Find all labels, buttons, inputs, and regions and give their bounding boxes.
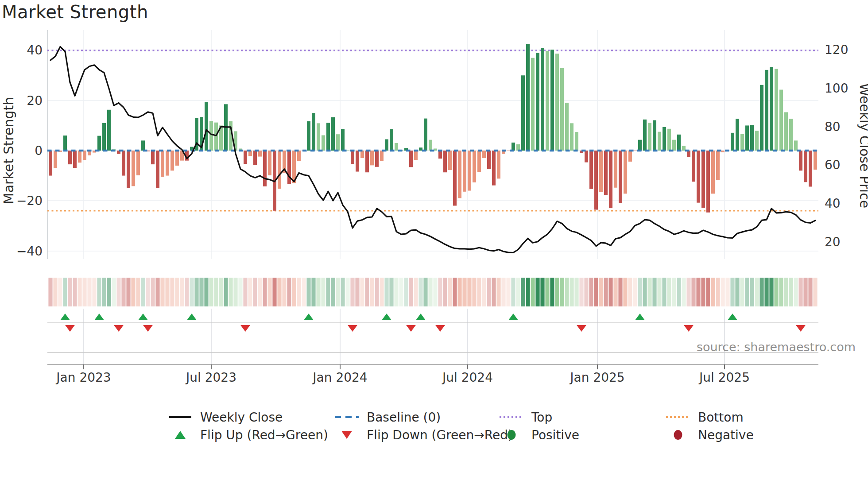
heatmap-cell <box>399 278 403 306</box>
strength-bar <box>779 90 783 151</box>
heatmap-cell <box>194 278 198 306</box>
green-up-triangle-icon <box>167 428 193 442</box>
heatmap-cell <box>73 278 77 306</box>
strength-bar <box>356 151 359 172</box>
heatmap-cell <box>321 278 325 306</box>
strength-bar <box>653 120 656 151</box>
heatmap-cell <box>345 278 349 306</box>
heatmap-cell <box>418 278 422 306</box>
heatmap-cell <box>531 278 535 306</box>
strength-bar <box>156 151 159 188</box>
heatmap-cell <box>545 278 549 306</box>
legend-negative: Negative <box>665 426 754 444</box>
orange-dotted-line-icon <box>665 411 691 424</box>
strength-bar <box>624 151 627 194</box>
strength-bar <box>375 151 379 167</box>
heatmap-cell <box>672 278 676 306</box>
legend-positive-label: Positive <box>531 428 579 442</box>
black-line-icon <box>167 411 193 424</box>
heatmap-cell <box>68 278 72 306</box>
heatmap-cell <box>53 278 57 306</box>
strength-bar <box>770 67 773 151</box>
heatmap-cell <box>78 278 81 306</box>
heatmap-cell <box>107 278 111 306</box>
heatmap-cell <box>199 278 203 306</box>
heatmap-cell <box>477 278 481 306</box>
strength-bar <box>760 85 763 151</box>
flip-up-triangle-icon <box>382 314 391 320</box>
strength-bar <box>336 134 340 151</box>
strength-bar <box>83 151 86 160</box>
heatmap-cell <box>696 278 700 306</box>
strength-bar <box>663 127 666 151</box>
flip-up-triangle-icon <box>187 314 197 320</box>
legend-baseline-label: Baseline (0) <box>367 410 441 425</box>
strength-bar <box>448 151 452 170</box>
strength-bar <box>166 151 169 176</box>
strength-bar <box>107 110 111 151</box>
heatmap-cell <box>608 278 612 306</box>
strength-bar <box>297 151 301 161</box>
legend-baseline: Baseline (0) <box>334 408 441 426</box>
strength-bar <box>365 151 369 172</box>
heatmap-cell <box>570 278 574 306</box>
strength-bar <box>322 135 325 151</box>
right-tick-label: 80 <box>825 120 841 134</box>
strength-bar <box>263 151 267 186</box>
x-axis: Jan 2023Jul 2023Jan 2024Jul 2024Jan 2025… <box>47 364 818 385</box>
strength-bar <box>682 146 686 151</box>
right-tick-label: 20 <box>825 235 841 249</box>
red-down-triangle-icon <box>334 428 360 442</box>
left-tick-label: 40 <box>27 43 43 58</box>
legend-flip-down: Flip Down (Green→Red) <box>334 426 513 444</box>
legend-bottom: Bottom <box>665 408 744 426</box>
strength-bar <box>638 140 642 151</box>
strength-bar <box>604 151 608 195</box>
flip-up-triangle-icon <box>138 314 148 320</box>
heatmap-cell <box>526 278 530 306</box>
strength-bar <box>73 151 77 168</box>
strength-bar <box>546 51 549 151</box>
heatmap-cell <box>482 278 486 306</box>
heatmap-cell <box>789 278 793 306</box>
heatmap-cell <box>628 278 632 306</box>
heatmap-cell <box>769 278 773 306</box>
heatmap-cell <box>311 278 315 306</box>
strength-bar <box>736 119 739 151</box>
strength-bar <box>317 123 320 151</box>
strength-bar <box>672 140 676 151</box>
strength-bar <box>453 151 457 205</box>
right-tick-label: 100 <box>825 81 848 96</box>
heatmap-cell <box>267 278 271 306</box>
strength-bar <box>706 151 710 213</box>
strength-bar <box>429 140 432 151</box>
heatmap-cell <box>599 278 603 306</box>
heatmap-cell <box>594 278 598 306</box>
strength-bar <box>658 132 661 151</box>
heatmap-cell <box>423 278 427 306</box>
strength-bar <box>789 119 793 151</box>
heatmap-cell <box>496 278 500 306</box>
heatmap-cell <box>341 278 345 306</box>
source-credit: source: sharemaestro.com <box>697 340 856 354</box>
heatmap-cell <box>633 278 637 306</box>
heatmap-cell <box>92 278 96 306</box>
right-tick-label: 120 <box>825 43 848 57</box>
strength-bar <box>78 151 81 163</box>
flip-up-triangle-icon <box>635 314 645 320</box>
x-tick-label: Jan 2023 <box>55 370 111 385</box>
heatmap-cell <box>219 278 223 306</box>
heatmap-cell <box>462 278 466 306</box>
heatmap-cell <box>375 278 379 306</box>
strength-bar <box>809 151 812 186</box>
heatmap-cell <box>764 278 768 306</box>
strength-bar <box>341 129 345 151</box>
heatmap-cell <box>350 278 354 306</box>
strength-bar <box>633 151 637 151</box>
legend-positive: Positive <box>499 426 579 444</box>
strength-bar <box>497 151 500 178</box>
heatmap-cell <box>686 278 690 306</box>
strength-bar <box>594 151 598 210</box>
strength-bar <box>507 151 510 151</box>
heatmap-cell <box>243 278 247 306</box>
